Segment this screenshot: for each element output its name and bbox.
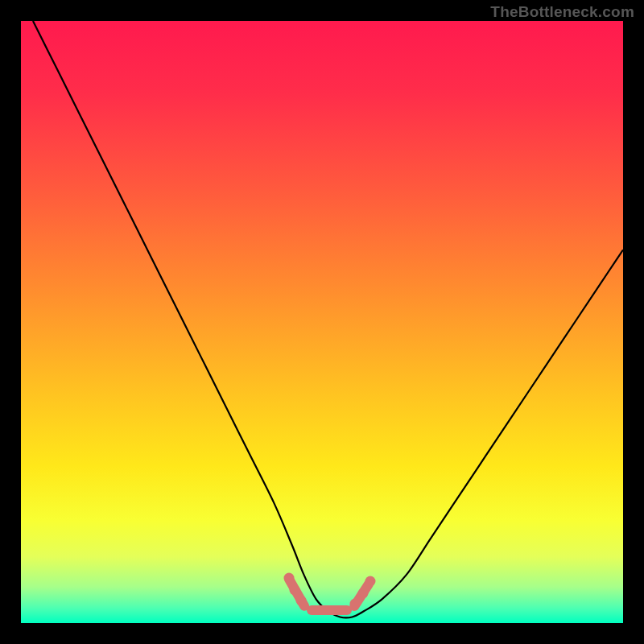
plot-area	[21, 21, 623, 623]
optimal-range-markers	[21, 21, 623, 623]
chart-frame: TheBottleneck.com	[0, 0, 644, 644]
marker-slope	[348, 576, 376, 613]
marker-slope	[283, 572, 311, 612]
marker-flat-segment	[307, 605, 352, 615]
watermark-text: TheBottleneck.com	[490, 3, 634, 21]
